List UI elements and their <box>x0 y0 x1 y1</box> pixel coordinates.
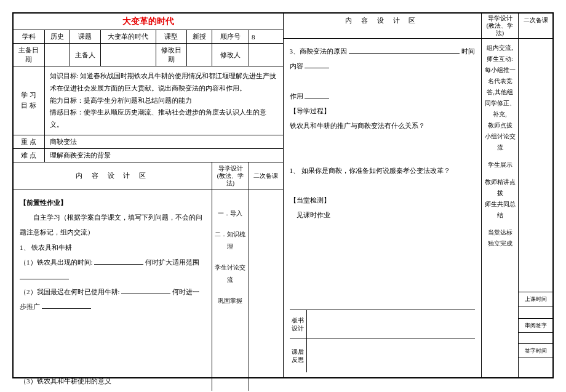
item1-2: （2）我国最迟在何时已使用牛耕: 何时进一步推广 <box>20 284 205 314</box>
page-title: 大变革的时代 <box>14 14 283 30</box>
subject-label: 学科 <box>14 30 44 44</box>
test-title: 【当堂检测】 <box>290 193 476 207</box>
blank-field[interactable] <box>94 257 143 265</box>
obj-emotion: 情感目标：使学生从顺应历史潮流、推动社会进步的角度去认识人生的意义。 <box>50 106 278 131</box>
reflect-body <box>307 338 476 372</box>
prepdate-value <box>44 44 70 66</box>
seq-label: 顺序号 <box>212 30 249 44</box>
right-bottom-rows: 板书设计 课后反思 <box>290 310 476 372</box>
right-body: 3、商鞅变法的原因 时间 内容 作用 【导学过程】 铁农具和牛耕的推广与商鞅变 <box>284 39 553 377</box>
q3-content: 内容 <box>290 58 476 73</box>
topic-label: 课题 <box>70 30 100 44</box>
revperson-value <box>249 44 283 66</box>
difficulty-label: 难 点 <box>14 148 44 162</box>
guide-title: 【导学过程】 <box>290 103 476 118</box>
type-label: 课型 <box>156 30 186 44</box>
rmethod-4: 当堂达标独立完成 <box>484 227 516 249</box>
keypoint-label: 重 点 <box>14 135 44 148</box>
difficulty-text: 理解商鞅变法的背景 <box>44 148 283 162</box>
sign-time-value <box>519 358 552 377</box>
right-method-col: 组内交流,师生互动:每小组推一名代表竞答,其他组同学修正、补充,教师点拨小组讨论… <box>482 39 519 377</box>
lesson-plan-page: 大变革的时代 学科 历史 课题 大变革的时代 课型 新授 顺序号 8 主备日期 … <box>12 12 554 378</box>
method-1: 一．导入 <box>215 207 246 220</box>
class-time-cell: 上课时间 <box>519 292 552 306</box>
blank-field[interactable] <box>305 91 329 98</box>
info-table: 学科 历史 课题 大变革的时代 课型 新授 顺序号 8 主备日期 主备人 修改日… <box>14 30 283 190</box>
sign-time-cell: 签字时间 <box>519 343 552 358</box>
blank-field[interactable] <box>349 46 460 54</box>
revdate-label: 修改日期 <box>156 44 186 66</box>
board-design-row: 板书设计 <box>290 310 476 338</box>
objectives-body: 知识目标: 知道春秋战国时期铁农具牛耕的使用情况和都江堰理解先进生产技术在促进社… <box>44 66 283 135</box>
content-header-main: 内 容 设 计 区 <box>14 162 212 190</box>
right-secondary-col: 上课时间 审阅签字 签字时间 <box>519 39 552 377</box>
blank-field[interactable] <box>42 302 91 309</box>
item1-title: 1、 铁农具和牛耕 <box>20 240 205 255</box>
prepperson-label: 主备人 <box>70 44 100 66</box>
blank-field[interactable] <box>20 272 69 279</box>
left-method-col: 一．导入 二．知识梳理 学生讨论交流 巩固掌握 <box>212 190 249 391</box>
sec-spacer <box>519 39 552 292</box>
board-body <box>307 310 476 338</box>
review-sign-cell: 审阅签字 <box>519 318 552 332</box>
q3-line: 3、商鞅变法的原因 时间 <box>290 44 476 58</box>
item1-3: （3）铁农具和牛耕使用的意义 <box>20 374 205 391</box>
right-method-header: 导学设计(教法、学法) <box>482 14 519 38</box>
right-header-row: 内 容 设 计 区 导学设计(教法、学法) 二次备课 <box>284 14 553 39</box>
left-section: 大变革的时代 学科 历史 课题 大变革的时代 课型 新授 顺序号 8 主备日期 … <box>14 14 284 377</box>
left-content-main: 【前置性作业】 自主学习（根据学案自学课文，填写下列问题，不会的问题注意标记，组… <box>14 190 212 391</box>
guide-question: 铁农具和牛耕的推广与商鞅变法有什么关系？ <box>290 118 476 133</box>
self-study: 自主学习（根据学案自学课文，填写下列问题，不会的问题注意标记，组内交流） <box>20 210 205 239</box>
review-sign-value <box>519 332 552 343</box>
question-1: 1、 如果你是商鞅，你准备如何说服秦孝公变法改革？ <box>290 163 476 178</box>
reflect-label: 课后反思 <box>290 338 307 372</box>
prepperson-value <box>100 44 156 66</box>
prepdate-label: 主备日期 <box>14 44 44 66</box>
method-3: 学生讨论交流 <box>215 262 246 286</box>
method-4: 巩固掌握 <box>215 295 246 307</box>
blank-field[interactable] <box>305 61 329 68</box>
prework-title: 【前置性作业】 <box>20 195 205 210</box>
test-body: 见课时作业 <box>290 207 476 222</box>
objectives-label: 学 习目 标 <box>14 66 44 135</box>
rmethod-1: 组内交流,师生互动:每小组推一名代表竞答,其他组同学修正、补充,教师点拨小组讨论… <box>484 42 516 153</box>
right-content-header: 内 容 设 计 区 <box>284 14 482 38</box>
right-secondary-header: 二次备课 <box>519 14 552 38</box>
item1-1: （1）铁农具出现的时间: 何时扩大适用范围 <box>20 255 205 284</box>
keypoint-text: 商鞅变法 <box>44 135 283 148</box>
obj-ability: 能力目标：提高学生分析问题和总结问题的能力 <box>50 95 278 107</box>
class-time-value <box>519 306 552 318</box>
method-2: 二．知识梳理 <box>215 228 246 253</box>
rmethod-3: 教师精讲点拨师生共同总结 <box>484 177 516 221</box>
revperson-label: 修改人 <box>212 44 249 66</box>
blank-field[interactable] <box>121 287 170 294</box>
content-header-method: 导学设计(教法、学法) <box>212 162 249 190</box>
topic-value: 大变革的时代 <box>100 30 156 44</box>
rmethod-2: 学生展示 <box>484 159 516 170</box>
board-label: 板书设计 <box>290 310 307 338</box>
content-header-secondary: 二次备课 <box>249 162 283 190</box>
obj-knowledge: 知识目标: 知道春秋战国时期铁农具牛耕的使用情况和都江堰理解先进生产技术在促进社… <box>50 70 278 95</box>
q3-effect: 作用 <box>290 89 476 103</box>
type-value: 新授 <box>186 30 212 44</box>
reflect-row: 课后反思 <box>290 338 476 372</box>
revdate-value <box>186 44 212 66</box>
subject-value: 历史 <box>44 30 70 44</box>
right-content-main: 3、商鞅变法的原因 时间 内容 作用 【导学过程】 铁农具和牛耕的推广与商鞅变 <box>284 39 482 377</box>
seq-value: 8 <box>249 30 283 44</box>
left-content-area: 【前置性作业】 自主学习（根据学案自学课文，填写下列问题，不会的问题注意标记，组… <box>14 190 283 391</box>
left-secondary-col <box>249 190 283 391</box>
right-content-inner: 3、商鞅变法的原因 时间 内容 作用 【导学过程】 铁农具和牛耕的推广与商鞅变 <box>290 44 476 310</box>
right-section: 内 容 设 计 区 导学设计(教法、学法) 二次备课 3、商鞅变法的原因 时间 … <box>284 14 553 377</box>
